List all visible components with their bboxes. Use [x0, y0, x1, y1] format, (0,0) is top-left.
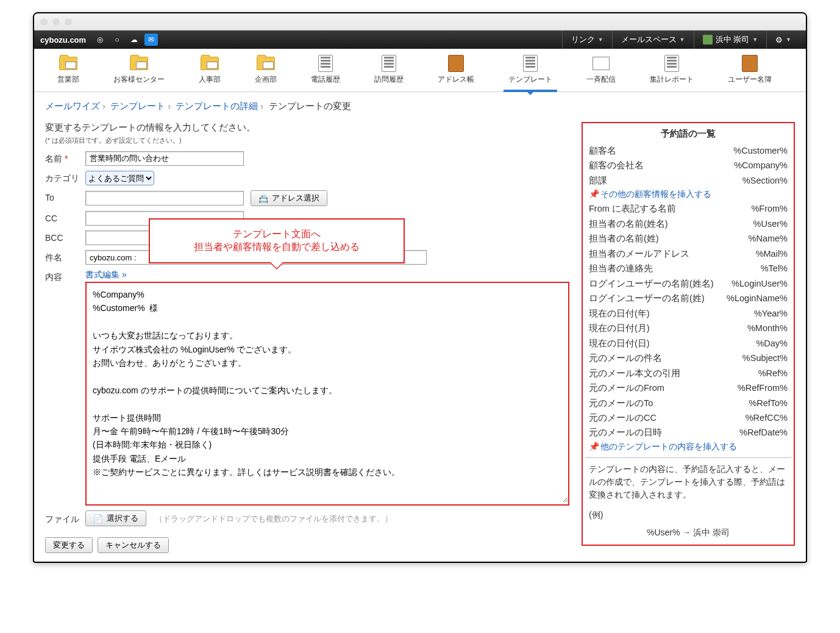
book-icon [448, 55, 464, 72]
nav-item-一斉配信[interactable]: 一斉配信 [582, 52, 621, 91]
document-icon [523, 55, 538, 72]
callout-annotation: テンプレート文面へ 担当者や顧客情報を自動で差し込める [149, 218, 405, 263]
chevron-down-icon: ▼ [680, 37, 685, 43]
keyword-row: 元のメールのTo%RefTo% [588, 396, 789, 410]
mailspace-menu[interactable]: メールスペース▼ [612, 30, 694, 49]
pin-icon: 📌 [589, 189, 599, 199]
nav-item-人事部[interactable]: 人事部 [194, 52, 226, 91]
document-icon [318, 55, 333, 72]
nav-label: 電話履歴 [311, 74, 340, 85]
crumb-template[interactable]: テンプレート [110, 101, 165, 111]
insert-customer-link[interactable]: 📌その他の顧客情報を挿入する [588, 188, 789, 201]
nav-item-集計レポート[interactable]: 集計レポート [645, 52, 699, 91]
nav-item-アドレス帳[interactable]: アドレス帳 [433, 52, 479, 91]
cc-label: CC [45, 211, 85, 223]
nav-bar: 営業部お客様センター人事部企画部電話履歴訪問履歴アドレス帳テンプレート一斉配信集… [34, 49, 806, 92]
nav-label: ユーザー名簿 [728, 74, 772, 85]
address-book-icon: 📇 [258, 194, 268, 203]
crumb-current: テンプレートの変更 [269, 101, 351, 111]
keyword-row: 現在の日付(月)%Month% [588, 321, 789, 335]
nav-item-企画部[interactable]: 企画部 [250, 52, 282, 91]
settings-menu[interactable]: ⚙▼ [766, 30, 800, 49]
keyword-row: 担当者のメールアドレス%Mail% [588, 246, 789, 261]
document-icon [382, 55, 396, 72]
nav-label: 集計レポート [650, 74, 694, 85]
file-hint: （ドラッグアンドドロップでも複数のファイルを添付できます。） [155, 514, 393, 523]
top-bar: cybozu.com ◎ ○ ☁ ✉ リンク▼ メールスペース▼ 浜中 崇司▼ … [34, 30, 806, 49]
subject-label: 件名 [45, 250, 85, 263]
keyword-row: 元のメール本文の引用%Ref% [588, 366, 789, 381]
folder-icon [257, 57, 275, 70]
avatar-icon [703, 35, 713, 45]
keyword-row: 担当者の名前(姓名)%User% [588, 216, 789, 231]
keywords-desc: テンプレートの内容に、予約語を記入すると、メールの作成で、テンプレートを挿入する… [588, 462, 789, 502]
user-menu[interactable]: 浜中 崇司▼ [694, 30, 767, 49]
intro-text: 変更するテンプレートの情報を入力してください。 [45, 122, 569, 134]
keyword-row: 現在の日付(日)%Day% [588, 336, 789, 351]
name-input[interactable] [85, 151, 244, 166]
body-label: 内容 [45, 270, 85, 283]
keyword-row: 部課%Section% [588, 173, 789, 188]
nav-item-電話履歴[interactable]: 電話履歴 [306, 52, 345, 91]
keyword-row: 担当者の連絡先%Tel% [588, 261, 789, 276]
nav-label: 一斉配信 [586, 74, 616, 85]
traffic-close[interactable] [40, 18, 48, 26]
address-select-button[interactable]: 📇アドレス選択 [251, 190, 327, 206]
nav-label: 営業部 [57, 74, 79, 85]
file-select-button[interactable]: 📄選択する [85, 510, 146, 526]
nav-label: アドレス帳 [438, 74, 474, 85]
nav-label: 人事部 [199, 74, 221, 85]
file-icon: 📄 [93, 514, 103, 523]
crumb-detail[interactable]: テンプレートの詳細 [176, 101, 258, 111]
breadcrumb: メールワイズ› テンプレート› テンプレートの詳細› テンプレートの変更 [45, 101, 795, 112]
folder-icon [59, 57, 77, 70]
mail-icon[interactable]: ✉ [144, 34, 158, 46]
globe-icon[interactable]: ◎ [93, 34, 107, 46]
nav-label: テンプレート [508, 74, 552, 85]
links-menu[interactable]: リンク▼ [562, 30, 612, 49]
cancel-button[interactable]: キャンセルする [98, 537, 169, 553]
file-label: ファイル [45, 512, 85, 525]
nav-item-訪問履歴[interactable]: 訪問履歴 [369, 52, 408, 91]
cloud-icon[interactable]: ☁ [127, 34, 141, 46]
category-select[interactable]: よくあるご質問 [85, 171, 154, 185]
keyword-row: 現在の日付(年)%Year% [588, 306, 789, 321]
brand-logo[interactable]: cybozu.com [40, 35, 86, 45]
example-label: (例) [588, 507, 789, 523]
crumb-mailwise[interactable]: メールワイズ [45, 101, 100, 111]
keyword-row: ログインユーザーの名前(姓名)%LoginUser% [588, 276, 789, 291]
nav-item-お客様センター[interactable]: お客様センター [109, 52, 169, 91]
document-icon [664, 55, 679, 72]
insert-template-link[interactable]: 📌他のテンプレートの内容を挿入する [588, 440, 789, 454]
format-edit-link[interactable]: 書式編集 » [85, 270, 127, 279]
category-label: カテゴリ [45, 171, 85, 184]
folder-icon [201, 57, 219, 70]
nav-label: お客様センター [113, 74, 165, 85]
name-label: 名前 [45, 154, 62, 163]
to-input[interactable] [85, 191, 244, 206]
nav-label: 企画部 [255, 74, 277, 85]
nav-item-テンプレート[interactable]: テンプレート [504, 52, 557, 92]
body-textarea[interactable] [87, 283, 568, 502]
pin-icon: 📌 [589, 442, 599, 451]
submit-button[interactable]: 変更する [45, 537, 93, 553]
chevron-down-icon: ▼ [752, 37, 758, 43]
keyword-row: 顧客の会社名%Company% [588, 158, 789, 173]
keyword-row: 担当者の名前(姓)%Name% [588, 231, 789, 246]
keyword-row: 顧客名%Customer% [588, 143, 789, 158]
example-text: %User% → 浜中 崇司 [588, 528, 789, 538]
keyword-row: 元のメールの日時%RefDate% [588, 425, 789, 440]
required-note: (* は必須項目です。必ず設定してください。) [45, 136, 569, 145]
folder-icon [130, 57, 148, 70]
keyword-row: 元のメールのFrom%RefFrom% [588, 381, 789, 395]
keyword-row: 元のメールの件名%Subject% [588, 351, 789, 365]
window-titlebar [34, 13, 806, 30]
nav-label: 訪問履歴 [374, 74, 404, 85]
book-icon [742, 55, 758, 72]
keyword-row: From に表記する名前%From% [588, 201, 789, 216]
nav-item-営業部[interactable]: 営業部 [52, 52, 84, 91]
target-icon[interactable]: ○ [110, 34, 124, 46]
nav-item-ユーザー名簿[interactable]: ユーザー名簿 [723, 52, 777, 91]
traffic-max[interactable] [65, 18, 72, 26]
traffic-min[interactable] [52, 18, 60, 26]
